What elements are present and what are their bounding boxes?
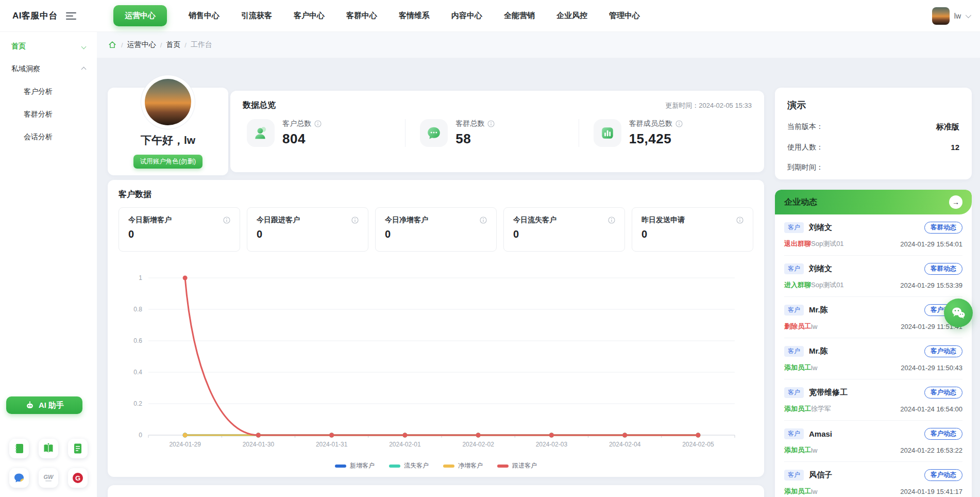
activity-item-2: 客户刘绪文客群动态进入群聊Sop测试012024-01-29 15:53:39	[784, 256, 962, 297]
legend-swatch	[389, 465, 400, 468]
nav-item-1[interactable]: 运营中心	[113, 5, 167, 26]
activity-row-top: 客户宽带维修工客户动态	[784, 387, 962, 399]
nav-item-5[interactable]: 客群中心	[346, 11, 377, 21]
home-icon[interactable]	[108, 40, 117, 49]
legend-item-2[interactable]: 流失客户	[389, 461, 429, 470]
book-icon	[42, 442, 55, 455]
dock-chat-icon[interactable]	[9, 468, 29, 488]
nav-item-2[interactable]: 销售中心	[189, 11, 219, 21]
chart-legend: 新增客户流失客户净增客户跟进客户	[119, 461, 753, 470]
customer-tag: 客户	[784, 470, 804, 481]
nav-item-9[interactable]: 企业风控	[556, 11, 587, 21]
nav-item-6[interactable]: 客情维系	[399, 11, 430, 21]
activity-time: 2024-01-29 15:53:39	[900, 281, 962, 289]
g-logo-icon: G	[72, 472, 84, 484]
customer-stat-boxes: 今日新增客户0今日跟进客户0今日净增客户0今日流失客户0昨日发送申请0	[119, 207, 753, 252]
sidebar-group-1[interactable]: 首页	[0, 35, 97, 58]
sidebar-item-2[interactable]: 客群分析	[0, 103, 97, 126]
activity-type-badge[interactable]: 客群动态	[924, 263, 962, 275]
customer-stat-label: 今日净增客户	[385, 216, 480, 225]
sidebar-menu: 首页私域洞察客户分析客群分析会话分析	[0, 35, 97, 148]
breadcrumb-item-1[interactable]: 运营中心	[127, 40, 156, 49]
content-area: /运营中心/首页/工作台 下午好，lw 试用账户角色(勿删) 数据总览 更	[97, 32, 980, 497]
dock-notebook-icon[interactable]	[9, 439, 29, 458]
activity-type-badge[interactable]: 客户动态	[924, 345, 962, 357]
legend-swatch	[443, 465, 454, 468]
info-icon[interactable]	[487, 120, 495, 127]
legend-item-3[interactable]: 净增客户	[443, 461, 483, 470]
menu-icon[interactable]	[66, 10, 76, 22]
user-name: lw	[954, 12, 961, 20]
svg-text:0.6: 0.6	[133, 337, 142, 344]
overview-stats: 客户总数804客群总数58客群成员总数15,425	[243, 119, 752, 147]
dock-document-icon[interactable]	[68, 439, 88, 458]
activity-target: lw	[811, 323, 817, 330]
nav-item-3[interactable]: 引流获客	[241, 11, 272, 21]
customer-stat-head: 今日跟进客户	[257, 216, 359, 225]
info-icon[interactable]	[314, 120, 322, 127]
info-icon[interactable]	[223, 217, 230, 224]
gw-logo-icon: GW	[42, 472, 55, 484]
activity-header: 企业动态 →	[775, 190, 972, 214]
customer-stat-value: 0	[128, 228, 230, 240]
activity-target: 徐学军	[811, 404, 831, 413]
activity-row-bottom: 添加员工徐学军2024-01-24 16:54:00	[784, 404, 962, 413]
info-icon[interactable]	[675, 120, 683, 127]
customer-tag: 客户	[784, 387, 804, 398]
activity-row-bottom: 退出群聊Sop测试012024-01-29 15:54:01	[784, 239, 962, 248]
activity-item-4: 客户Mr.陈客户动态添加员工lw2024-01-29 11:50:43	[784, 338, 962, 379]
chevron-up-icon	[81, 67, 87, 72]
activity-action: 删除员工	[784, 322, 811, 331]
user-menu[interactable]: lw	[932, 7, 970, 25]
dock-gw-logo-icon[interactable]: GW	[39, 468, 58, 488]
chevron-down-icon	[966, 12, 971, 18]
overview-stat-text: 客户总数804	[282, 119, 322, 147]
greeting-card: 下午好，lw 试用账户角色(勿删)	[108, 88, 228, 175]
ai-assistant-button[interactable]: AI 助手	[6, 396, 82, 414]
overview-stat-label: 客户总数	[282, 119, 322, 128]
svg-text:0.4: 0.4	[133, 369, 142, 376]
demo-row-2: 使用人数：12	[787, 143, 959, 152]
customer-stat-head: 今日流失客户	[513, 216, 615, 225]
legend-label: 新增客户	[350, 461, 375, 470]
dock-book-icon[interactable]	[39, 439, 58, 458]
arrow-right-icon[interactable]: →	[949, 195, 962, 209]
info-icon[interactable]	[736, 217, 744, 224]
activity-item-3: 客户Mr.陈客户动态删除员工lw2024-01-29 11:51:41	[784, 297, 962, 338]
legend-item-1[interactable]: 新增客户	[335, 461, 375, 470]
legend-item-4[interactable]: 跟进客户	[497, 461, 537, 470]
activity-row-top: 客户刘绪文客群动态	[784, 263, 962, 275]
customer-tag: 客户	[784, 222, 804, 233]
sidebar-group-2[interactable]: 私域洞察	[0, 58, 97, 80]
activity-row-bottom: 添加员工lw2024-01-29 11:50:43	[784, 363, 962, 372]
customer-stat-value: 0	[257, 228, 359, 240]
nav-item-7[interactable]: 内容中心	[451, 11, 482, 21]
sidebar-item-3[interactable]: 会话分析	[0, 126, 97, 148]
dock-g-logo-icon[interactable]: G	[68, 468, 88, 488]
activity-target: Sop测试01	[811, 239, 844, 248]
activity-time: 2024-01-24 16:54:00	[900, 405, 962, 413]
wechat-float-button[interactable]	[944, 299, 973, 327]
customer-stat-value: 0	[513, 228, 615, 240]
activity-type-badge[interactable]: 客户动态	[924, 428, 962, 440]
activity-target: lw	[811, 446, 817, 454]
activity-type-badge[interactable]: 客户动态	[924, 469, 962, 481]
activity-customer-name: Mr.陈	[809, 305, 828, 315]
activity-type-badge[interactable]: 客户动态	[924, 387, 962, 399]
activity-customer-name: 宽带维修工	[809, 388, 848, 397]
activity-target: lw	[811, 364, 817, 372]
sidebar-item-1[interactable]: 客户分析	[0, 80, 97, 103]
demo-row-label: 使用人数：	[787, 143, 823, 152]
activity-type-badge[interactable]: 客群动态	[924, 222, 962, 234]
nav-item-4[interactable]: 客户中心	[294, 11, 325, 21]
info-icon[interactable]	[608, 217, 615, 224]
info-icon[interactable]	[351, 217, 359, 224]
user-avatar-large	[145, 79, 191, 125]
page-body: 下午好，lw 试用账户角色(勿删) 数据总览 更新时间：2024-02-05 1…	[97, 58, 980, 497]
info-icon[interactable]	[480, 217, 487, 224]
avatar	[932, 7, 950, 25]
nav-item-10[interactable]: 管理中心	[609, 11, 640, 21]
breadcrumb-item-2[interactable]: 首页	[166, 40, 180, 49]
nav-item-8[interactable]: 全能营销	[504, 11, 535, 21]
avatar-ring	[141, 75, 195, 129]
